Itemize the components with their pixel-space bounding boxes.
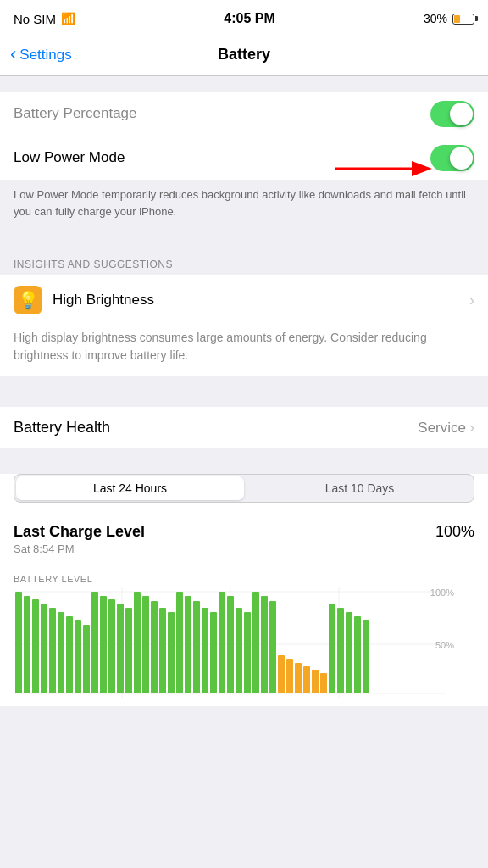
status-right: 30% [424,12,474,25]
svg-rect-9 [24,596,30,693]
svg-rect-23 [142,596,149,693]
battery-health-label: Battery Health [14,419,418,437]
battery-health-card: Battery Health Service › [0,407,488,448]
svg-rect-14 [66,616,73,693]
service-chevron-icon: › [469,419,474,437]
svg-rect-46 [337,608,344,693]
low-power-mode-card: Low Power Mode [0,136,488,180]
svg-rect-13 [58,612,64,693]
svg-text:100%: 100% [430,587,454,598]
battery-status-icon [452,14,474,25]
svg-rect-25 [159,608,166,693]
svg-rect-33 [227,596,234,693]
last-charge-value: 100% [435,523,474,541]
insights-section-header: INSIGHTS AND SUGGESTIONS [0,247,488,275]
battery-health-row: Battery Health Service › [0,407,488,448]
svg-rect-45 [329,604,336,693]
low-power-mode-toggle[interactable] [430,145,474,171]
svg-rect-35 [244,612,251,693]
svg-rect-27 [176,592,183,693]
chevron-right-icon: › [469,292,474,309]
nav-bar: ‹ Settings Battery [0,37,488,76]
wifi-icon: 📶 [61,12,75,25]
svg-rect-19 [108,599,115,693]
svg-rect-20 [117,604,124,693]
segment-control[interactable]: Last 24 Hours Last 10 Days [14,474,474,503]
low-power-desc-text: Low Power Mode temporarily reduces backg… [14,188,466,218]
gap-1 [0,231,488,247]
toggle-thumb-lpm [450,147,473,170]
svg-rect-43 [312,670,319,693]
segment-last-10d[interactable]: Last 10 Days [246,475,474,502]
status-bar: No SIM 📶 4:05 PM 30% [0,0,488,37]
status-left: No SIM 📶 [14,12,75,26]
service-button[interactable]: Service › [418,419,474,437]
svg-text:50%: 50% [435,640,454,650]
svg-rect-15 [75,620,81,693]
back-chevron-icon: ‹ [10,45,16,64]
battery-fill [454,15,460,23]
battery-percentage-toggle[interactable] [430,101,474,127]
high-brightness-desc: High display brightness consumes large a… [14,326,474,364]
last-charge-header: Last Charge Level 100% [14,523,474,541]
svg-rect-17 [92,592,98,693]
svg-rect-48 [354,616,361,693]
gap-top [0,76,488,92]
brightness-icon: 💡 [14,286,42,314]
svg-rect-21 [125,608,132,693]
battery-percent-status: 30% [424,12,447,25]
insight-description-row: High display brightness consumes large a… [0,326,488,376]
page-title: Battery [218,46,270,64]
bulb-icon: 💡 [18,290,39,310]
time-range-card: Last 24 Hours Last 10 Days Last Charge L… [0,474,488,706]
gap-3 [0,448,488,464]
svg-rect-32 [219,592,225,693]
svg-rect-8 [15,592,22,693]
battery-percentage-row: Battery Percentage [0,92,488,136]
svg-rect-47 [346,612,352,693]
svg-rect-10 [32,599,39,693]
back-label: Settings [19,47,71,64]
back-button[interactable]: ‹ Settings [10,47,72,64]
carrier-label: No SIM [14,12,56,26]
high-brightness-label: High Brightness [53,292,469,309]
svg-rect-49 [363,620,369,693]
segment-10d-label: Last 10 Days [325,481,395,495]
low-power-mode-row: Low Power Mode [0,136,488,180]
svg-rect-44 [320,673,327,693]
svg-rect-30 [202,608,208,693]
svg-rect-11 [41,604,47,693]
svg-rect-12 [49,608,56,693]
gap-2 [0,376,488,407]
svg-rect-34 [236,608,242,693]
high-brightness-row[interactable]: 💡 High Brightness › [0,275,488,326]
battery-percentage-card: Battery Percentage [0,92,488,136]
segment-last-24h[interactable]: Last 24 Hours [16,476,244,500]
service-label: Service [418,420,466,437]
svg-rect-42 [303,666,310,693]
svg-rect-41 [295,663,302,693]
last-charge-title: Last Charge Level [14,523,145,541]
svg-rect-40 [286,659,293,693]
segment-24h-label: Last 24 Hours [93,481,167,495]
svg-rect-16 [83,625,90,693]
svg-rect-18 [100,596,107,693]
svg-rect-24 [151,601,158,693]
battery-level-svg: 100% 50% [14,587,474,698]
svg-rect-26 [168,612,175,693]
low-power-description: Low Power Mode temporarily reduces backg… [0,180,488,231]
svg-rect-39 [278,655,285,693]
svg-rect-29 [193,601,200,693]
battery-chart: 100% 50% [0,587,488,706]
last-charge-subtitle: Sat 8:54 PM [14,542,474,555]
battery-level-header: BATTERY LEVEL [0,562,488,587]
low-power-mode-label: Low Power Mode [14,149,430,166]
svg-rect-22 [134,592,141,693]
svg-rect-28 [185,596,191,693]
svg-rect-37 [261,596,268,693]
last-charge-section: Last Charge Level 100% Sat 8:54 PM [0,513,488,562]
status-time: 4:05 PM [224,11,274,26]
battery-percentage-label: Battery Percentage [14,105,430,122]
svg-rect-38 [269,601,276,693]
insights-card: 💡 High Brightness › High display brightn… [0,275,488,376]
